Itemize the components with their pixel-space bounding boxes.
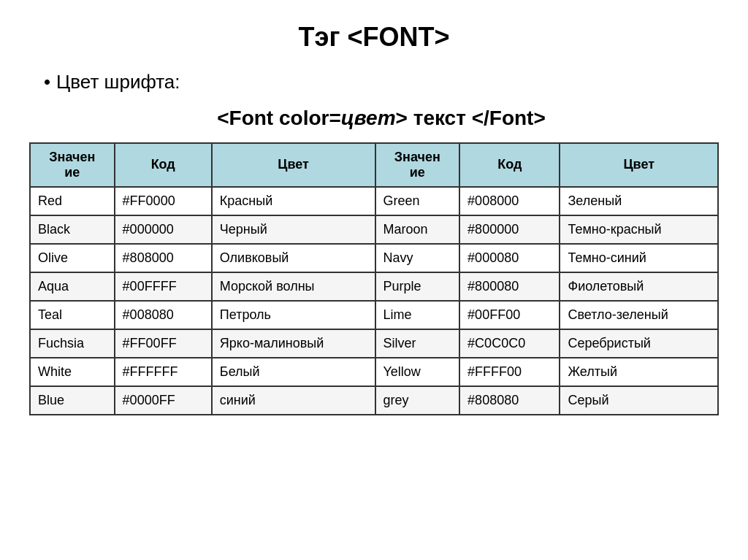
- header-left-name: Значение: [30, 143, 115, 187]
- cell-right-code: #800000: [459, 215, 560, 244]
- table-row: Red#FF0000КрасныйGreen#008000Зеленый: [30, 187, 718, 215]
- cell-right-color: Темно-красный: [560, 215, 718, 244]
- table-row: Teal#008080ПетрольLime#00FF00Светло-зеле…: [30, 301, 718, 329]
- cell-right-name: Green: [375, 187, 460, 215]
- cell-right-color: Темно-синий: [560, 244, 718, 272]
- cell-left-code: #FF0000: [115, 187, 212, 215]
- cell-left-name: Aqua: [30, 272, 115, 301]
- cell-right-name: grey: [375, 386, 460, 415]
- cell-left-name: Red: [30, 187, 115, 215]
- table-row: Aqua#00FFFFМорской волныPurple#800080Фио…: [30, 272, 718, 301]
- cell-left-color: Ярко-малиновый: [212, 329, 375, 358]
- cell-right-name: Lime: [375, 301, 460, 329]
- cell-left-color: Красный: [212, 187, 375, 215]
- cell-left-code: #008080: [115, 301, 212, 329]
- cell-left-code: #FFFFFF: [115, 358, 212, 386]
- cell-right-color: Фиолетовый: [560, 272, 718, 301]
- header-right-code: Код: [459, 143, 560, 187]
- cell-left-color: синий: [212, 386, 375, 415]
- cell-left-color: Оливковый: [212, 244, 375, 272]
- header-left-code: Код: [115, 143, 212, 187]
- color-table: Значение Код Цвет Значение Код Цвет Red#…: [29, 142, 719, 415]
- cell-left-color: Белый: [212, 358, 375, 386]
- cell-right-color: Серый: [560, 386, 718, 415]
- cell-left-code: #000000: [115, 215, 212, 244]
- cell-right-name: Purple: [375, 272, 460, 301]
- cell-right-color: Серебристый: [560, 329, 718, 358]
- bullet-text: Цвет шрифта:: [56, 70, 180, 95]
- cell-left-color: Черный: [212, 215, 375, 244]
- table-row: Olive#808000ОливковыйNavy#000080Темно-си…: [30, 244, 718, 272]
- cell-left-code: #00FFFF: [115, 272, 212, 301]
- header-left-color: Цвет: [212, 143, 375, 187]
- table-row: Fuchsia#FF00FFЯрко-малиновыйSilver#C0C0C…: [30, 329, 718, 358]
- page-title: Тэг <FONT>: [299, 22, 450, 53]
- cell-right-code: #008000: [459, 187, 560, 215]
- code-font-open: <Font color=: [217, 107, 341, 129]
- bullet-point: • Цвет шрифта:: [44, 70, 719, 95]
- table-header-row: Значение Код Цвет Значение Код Цвет: [30, 143, 718, 187]
- cell-right-code: #00FF00: [459, 301, 560, 329]
- cell-left-name: White: [30, 358, 115, 386]
- cell-right-color: Желтый: [560, 358, 718, 386]
- cell-left-code: #0000FF: [115, 386, 212, 415]
- cell-right-code: #FFFF00: [459, 358, 560, 386]
- cell-right-code: #800080: [459, 272, 560, 301]
- cell-right-code: #C0C0C0: [459, 329, 560, 358]
- cell-left-color: Морской волны: [212, 272, 375, 301]
- cell-left-name: Black: [30, 215, 115, 244]
- cell-left-color: Петроль: [212, 301, 375, 329]
- code-font-close: </Font>: [472, 107, 546, 129]
- cell-left-name: Fuchsia: [30, 329, 115, 358]
- cell-right-name: Yellow: [375, 358, 460, 386]
- cell-left-code: #808000: [115, 244, 212, 272]
- table-row: Black#000000ЧерныйMaroon#800000Темно-кра…: [30, 215, 718, 244]
- cell-right-color: Светло-зеленый: [560, 301, 718, 329]
- cell-right-name: Silver: [375, 329, 460, 358]
- bullet-section: • Цвет шрифта:: [29, 70, 719, 95]
- cell-right-name: Navy: [375, 244, 460, 272]
- code-font-mid: > текст: [396, 107, 472, 129]
- header-right-name: Значение: [375, 143, 460, 187]
- cell-right-code: #808080: [459, 386, 560, 415]
- bullet-dot: •: [44, 70, 50, 95]
- cell-left-name: Blue: [30, 386, 115, 415]
- cell-right-code: #000080: [459, 244, 560, 272]
- header-right-color: Цвет: [560, 143, 718, 187]
- table-row: Blue#0000FFсинийgrey#808080Серый: [30, 386, 718, 415]
- table-row: White#FFFFFFБелыйYellow#FFFF00Желтый: [30, 358, 718, 386]
- cell-left-name: Olive: [30, 244, 115, 272]
- cell-right-color: Зеленый: [560, 187, 718, 215]
- cell-right-name: Maroon: [375, 215, 460, 244]
- cell-left-name: Teal: [30, 301, 115, 329]
- code-color-attr: цвет: [341, 107, 396, 129]
- code-line: <Font color=цвет> текст </Font>: [202, 104, 546, 132]
- cell-left-code: #FF00FF: [115, 329, 212, 358]
